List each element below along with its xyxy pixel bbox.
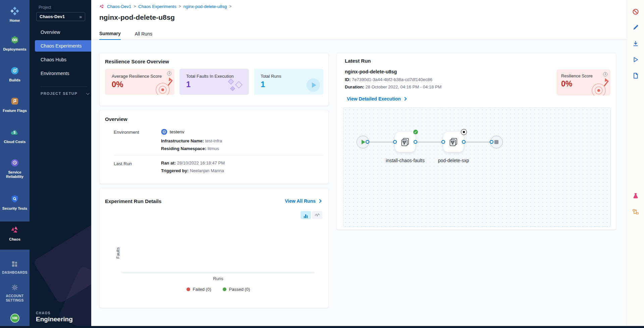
project-selector[interactable]: Chaos-Dev1 »: [36, 12, 85, 21]
card-title: Overview: [105, 116, 127, 122]
deployments-icon: [10, 36, 19, 46]
triggered-by-row: Triggered by: Neelanjan Manna: [161, 168, 224, 173]
expand-sidebar-icon[interactable]: »: [79, 14, 82, 19]
tab-summary[interactable]: Summary: [99, 31, 121, 40]
total-faults-tile: Total Faults In Execution 1: [179, 69, 249, 95]
kubernetes-icon: [161, 129, 167, 135]
pipeline-canvas[interactable]: ✓ install-chaos-faults pod-delete-sxp: [343, 108, 611, 227]
step-template-icon: [400, 137, 410, 147]
sidebar-item-chaos-hubs[interactable]: Chaos Hubs: [30, 54, 91, 65]
legend-item-passed[interactable]: Passed (0): [223, 287, 250, 292]
bar-chart-toggle-button[interactable]: [301, 211, 311, 219]
sidebar-item-feature-flags[interactable]: Feature Flags: [0, 97, 30, 113]
chart-y-axis-label: Faults: [116, 247, 120, 259]
tab-all-runs[interactable]: All Runs: [135, 31, 152, 40]
sidebar-item-service-reliability[interactable]: Service Reliability: [0, 158, 30, 179]
ban-icon: [632, 8, 639, 15]
latest-run-card: Latest Run nginx-pod-delete-u8sg ID: 7e7…: [336, 53, 616, 230]
total-runs-tile: Total Runs 1: [254, 69, 323, 95]
bar-chart-icon: [304, 212, 308, 218]
target-art-icon: [590, 80, 608, 95]
step-node-install-chaos-faults[interactable]: [395, 132, 415, 152]
download-manifest-button[interactable]: [632, 40, 639, 47]
sidebar-item-cloud-costs[interactable]: $ Cloud Costs: [0, 128, 30, 144]
user-avatar-item[interactable]: NM: [0, 314, 30, 323]
sidebar-item-builds[interactable]: Builds: [0, 66, 30, 82]
card-title: Latest Run: [345, 58, 371, 64]
service-reliability-icon: [10, 158, 19, 169]
line-chart-toggle-button[interactable]: [312, 211, 322, 219]
infrastructure-value: test-infra: [205, 138, 222, 143]
sidebar-item-chaos-experiments[interactable]: Chaos Experiments: [35, 40, 91, 52]
rail-label: Deployments: [3, 47, 26, 52]
legend-item-failed[interactable]: Failed (0): [186, 287, 211, 292]
info-icon[interactable]: i: [167, 71, 171, 76]
module-title: Engineering: [36, 316, 73, 323]
cubes-art-icon: [227, 78, 246, 93]
sidebar-item-deployments[interactable]: Deployments: [0, 36, 30, 52]
pencil-icon: [632, 24, 639, 31]
infrastructure-row: Infrastructure Name: test-infra: [161, 138, 222, 143]
sidebar-item-dashboards[interactable]: DASHBOARDS: [0, 261, 30, 275]
line-chart-icon: [315, 213, 320, 217]
target-art-icon: [154, 79, 172, 95]
view-all-runs-label: View All Runs: [285, 198, 316, 204]
namespace-row: Residing Namespace: litmus: [161, 146, 219, 151]
security-tests-icon: [10, 195, 19, 205]
card-title: Experiment Run Details: [105, 198, 161, 204]
step-node-label: pod-delete-sxp: [433, 157, 474, 164]
view-all-runs-link[interactable]: View All Runs: [285, 198, 321, 204]
avg-resilience-score-tile: Average Resilience Score 0% i: [105, 69, 174, 95]
sidebar-item-environments[interactable]: Environments: [30, 68, 91, 79]
sidebar-item-security-tests[interactable]: Security Tests: [0, 195, 30, 211]
connector-port-icon: [441, 140, 445, 144]
triggered-by-label: Triggered by:: [161, 168, 189, 173]
sidebar-item-account-settings[interactable]: ACCOUNT SETTINGS: [0, 284, 30, 303]
edit-experiment-button[interactable]: [632, 24, 639, 31]
run-experiment-button[interactable]: [632, 56, 639, 63]
project-setup-section[interactable]: PROJECT SETUP: [41, 91, 89, 95]
breadcrumb-chaos-experiments[interactable]: Chaos Experiments: [138, 4, 176, 9]
play-icon: [362, 140, 365, 144]
rail-label: Security Tests: [2, 206, 27, 211]
project-name: Chaos-Dev1: [40, 14, 65, 19]
last-run-row-label: Last Run: [114, 161, 132, 166]
avatar[interactable]: NM: [10, 314, 19, 323]
rail-label: Chaos: [9, 237, 20, 242]
step-node-pod-delete-sxp[interactable]: [443, 132, 464, 152]
chaos-logo-icon: [99, 4, 105, 9]
footer-bar: [0, 326, 644, 328]
duration-row: Duration: 28 October 2022, 04:16 PM - 04…: [345, 84, 441, 89]
resilience-score-overview-card: Resilience Score Overview Average Resili…: [99, 53, 329, 106]
rail-label: Home: [10, 18, 20, 23]
chart-legend: Failed (0) Passed (0): [122, 287, 315, 292]
page-title: nginx-pod-delete-u8sg: [99, 13, 175, 21]
breadcrumb-experiment[interactable]: nginx-pod-delete-u8sg: [183, 4, 227, 9]
stat-tiles: Average Resilience Score 0% i Total Faul…: [105, 69, 323, 95]
disable-experiment-button[interactable]: [632, 8, 639, 15]
sidebar-menu: Overview Chaos Experiments Chaos Hubs En…: [30, 26, 91, 81]
environment-name[interactable]: testenv: [170, 129, 184, 134]
environment-value-row: testenv: [161, 129, 184, 135]
breadcrumb-separator: >: [229, 4, 231, 9]
chevron-right-icon: [318, 199, 321, 203]
namespace-label: Residing Namespace:: [161, 146, 206, 151]
overview-card: Overview Environment testenv Infrastruct…: [99, 110, 329, 184]
breadcrumb-project[interactable]: Chaos-Dev1: [107, 4, 131, 9]
environment-row-label: Environment: [114, 130, 139, 135]
step-node-label: install-chaos-faults: [385, 157, 425, 164]
sidebar-item-home[interactable]: Home: [0, 7, 30, 23]
view-manifest-button[interactable]: [632, 72, 639, 79]
connector-port-icon: [393, 140, 397, 144]
rail-label: Builds: [9, 78, 20, 82]
pipeline-view-button[interactable]: [632, 208, 639, 215]
chaos-faults-button[interactable]: [632, 193, 639, 199]
sidebar-item-overview[interactable]: Overview: [30, 26, 91, 38]
ran-at-label: Ran at:: [161, 160, 176, 166]
view-detailed-execution-link[interactable]: View Detailed Execution: [347, 96, 406, 102]
run-id-row: ID: 7e7390d1-3a44-4bf2-b38a-cd7df140ec86: [345, 77, 432, 82]
run-id-label: ID:: [345, 77, 351, 82]
sidebar-item-chaos[interactable]: Chaos: [0, 225, 30, 242]
info-icon[interactable]: i: [603, 72, 607, 76]
home-icon: [10, 7, 19, 17]
